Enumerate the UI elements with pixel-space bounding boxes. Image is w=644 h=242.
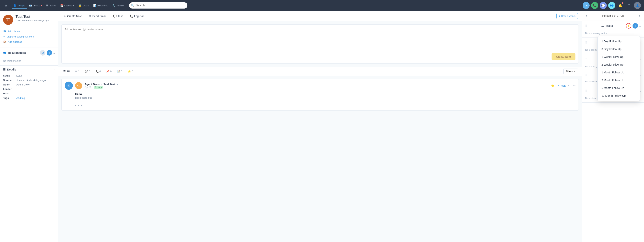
tasks-collapse-btn[interactable]: ∧: [639, 24, 641, 27]
dropdown-item-1day[interactable]: 1 Day Follow Up: [598, 38, 640, 45]
send-email-btn[interactable]: ✉ Send Email: [87, 14, 108, 18]
dropdown-item-6month[interactable]: 6 Month Follow Up: [598, 84, 640, 92]
create-note-submit-btn[interactable]: Create Note: [552, 53, 576, 60]
contact-email-field[interactable]: ✉ pigpendrew@gmail.com: [3, 34, 55, 39]
next-person-btn[interactable]: ›: [638, 13, 641, 18]
action-plans-drag-handle[interactable]: ⠿: [585, 89, 588, 93]
email-body: Hello Hello there bud: [62, 92, 578, 102]
tasks-section-header: ⠿ ☰ Tasks ⚡ + ∧: [582, 21, 644, 31]
details-section: Stage Lead Source <unspecified>, 4 days …: [0, 74, 58, 100]
activity-tab-note[interactable]: 📝 0: [116, 69, 124, 74]
email-date: Apr 28 1 open: [84, 86, 549, 88]
nav-admin[interactable]: 🔧 Admin: [111, 2, 125, 8]
nav-calendar[interactable]: 📅 Calendar: [59, 2, 76, 8]
email-field-icon: ✉: [3, 35, 5, 38]
search-input[interactable]: [129, 2, 188, 8]
nav-tasks-label: Tasks: [50, 4, 56, 7]
text-label: Text: [118, 14, 123, 18]
admin-icon: 🔧: [112, 4, 115, 7]
relationships-manage-btn[interactable]: ⚙: [40, 50, 46, 56]
log-call-btn[interactable]: 📞 Log Call: [128, 14, 146, 18]
email-nav-btn[interactable]: ✉: [583, 2, 590, 9]
relationships-collapse-btn[interactable]: ∧: [53, 52, 55, 54]
deals-drag-handle[interactable]: ⠿: [585, 58, 588, 61]
email-tag: 1 open: [94, 86, 103, 89]
dropdown-item-12month[interactable]: 12 Month Follow Up: [598, 92, 640, 100]
nav-reporting[interactable]: 📊 Reporting: [92, 2, 110, 8]
note-count: 0: [121, 70, 122, 73]
nav-deals[interactable]: 🔒 Deals: [77, 2, 91, 8]
detail-tags: Tags Add tag: [3, 96, 55, 100]
nav-home[interactable]: ⊞: [3, 2, 8, 8]
create-note-btn[interactable]: ✏ Create Note: [62, 14, 83, 18]
nav-tasks[interactable]: ☰ Tasks: [45, 2, 58, 8]
user-avatar-btn[interactable]: 👤: [634, 2, 641, 9]
dropdown-item-1month[interactable]: 1 Month Follow Up: [598, 68, 640, 76]
no-relationships: No relationships: [0, 58, 58, 66]
email-forward-btn[interactable]: ↪: [568, 84, 570, 87]
activity-tab-star[interactable]: ⭐ 0: [126, 69, 134, 74]
phone-nav-btn[interactable]: 📞: [591, 2, 598, 9]
chat-nav-btn[interactable]: 💬: [600, 2, 607, 9]
dropdown-item-2week[interactable]: 2 Week Follow Up: [598, 61, 640, 68]
tasks-icon: ☰: [46, 4, 48, 7]
contact-address-field[interactable]: 🏠 Add address: [3, 39, 55, 44]
address-icon: 🏠: [3, 40, 6, 43]
nav-calendar-label: Calendar: [64, 4, 75, 7]
contact-info: Test Test Last Communication 4 days ago: [16, 15, 49, 22]
filters-btn[interactable]: Filters ∨: [564, 68, 578, 74]
dropdown-item-3day[interactable]: 3 Day Follow Up: [598, 45, 640, 53]
activity-tab-all[interactable]: ☰ All: [62, 69, 71, 74]
comment-count: 0: [89, 70, 90, 73]
relationships-title: 👥 Relationships: [3, 51, 26, 54]
relationships-actions: ⚙ + ∧: [40, 50, 55, 56]
nav-inbox-label: Inbox: [34, 4, 40, 7]
activity-drag-handle[interactable]: ⠿: [585, 73, 588, 77]
bell-nav-btn[interactable]: 🔔: [617, 2, 624, 9]
home-icon: ⊞: [5, 4, 7, 7]
activity-tab-email[interactable]: ✉ 1: [74, 69, 80, 74]
nav-people[interactable]: 👤 People: [12, 2, 27, 8]
activity-tab-comment[interactable]: 💬 0: [84, 69, 91, 74]
email-more-indicator[interactable]: • • •: [62, 102, 578, 110]
help-nav-btn[interactable]: ?: [625, 2, 632, 9]
sender-name: Agent Drew: [84, 83, 100, 86]
contact-name: Test Test: [16, 15, 49, 19]
details-collapse-btn[interactable]: ∧: [53, 68, 55, 71]
dropdown-item-3month[interactable]: 3 Month Follow Up: [598, 76, 640, 84]
email-reply-btn[interactable]: ↩ Reply: [556, 84, 566, 87]
prev-person-btn[interactable]: ‹: [585, 13, 588, 18]
nav-right-actions: ✉ 📞 💬 👥 🔔 ? 👤: [583, 2, 641, 9]
price-label: Price: [3, 92, 15, 95]
activity-tab-task[interactable]: 📌 0: [105, 69, 113, 74]
contact-phone-field[interactable]: ☎ Add phone: [3, 29, 55, 34]
star-icon: ⭐: [128, 70, 131, 73]
phone-icon: ☎: [3, 30, 6, 33]
details-title: ☰ Details: [3, 68, 16, 71]
tasks-drag-handle[interactable]: ⠿: [585, 24, 588, 28]
relationships-add-btn[interactable]: +: [46, 50, 52, 56]
dropdown-item-1week[interactable]: 1 Week Follow Up: [598, 53, 640, 61]
nav-inbox[interactable]: 📧 Inbox: [28, 2, 44, 8]
nav-deals-label: Deals: [83, 4, 89, 7]
note-textarea[interactable]: [65, 28, 576, 51]
email-more-btn[interactable]: •••: [573, 84, 576, 87]
relationships-label: Relationships: [8, 51, 26, 54]
contacts-nav-btn[interactable]: 👥: [608, 2, 615, 9]
email-star-btn[interactable]: ⭐: [551, 84, 554, 87]
tags-add-link[interactable]: Add tag: [16, 96, 25, 100]
tasks-section-icon: ☰: [601, 24, 604, 28]
activity-tab-call[interactable]: 📞 0: [94, 69, 102, 74]
text-btn[interactable]: 💬 Text: [112, 14, 124, 18]
tasks-add-btn[interactable]: ⚡: [626, 23, 632, 28]
task-count: 0: [110, 70, 112, 73]
how-it-works-btn[interactable]: ℹ How it works: [556, 13, 578, 19]
create-note-icon: ✏: [64, 14, 66, 18]
appointments-drag-handle[interactable]: ⠿: [585, 41, 588, 44]
email-dropdown-icon[interactable]: ▾: [117, 83, 118, 86]
call-count: 0: [100, 70, 101, 73]
detail-price: Price: [3, 91, 55, 96]
contact-fields: ☎ Add phone ✉ pigpendrew@gmail.com 🏠 Add…: [0, 29, 58, 48]
left-panel: TT Test Test Last Communication 4 days a…: [0, 11, 58, 242]
tasks-plus-btn[interactable]: +: [632, 23, 638, 28]
